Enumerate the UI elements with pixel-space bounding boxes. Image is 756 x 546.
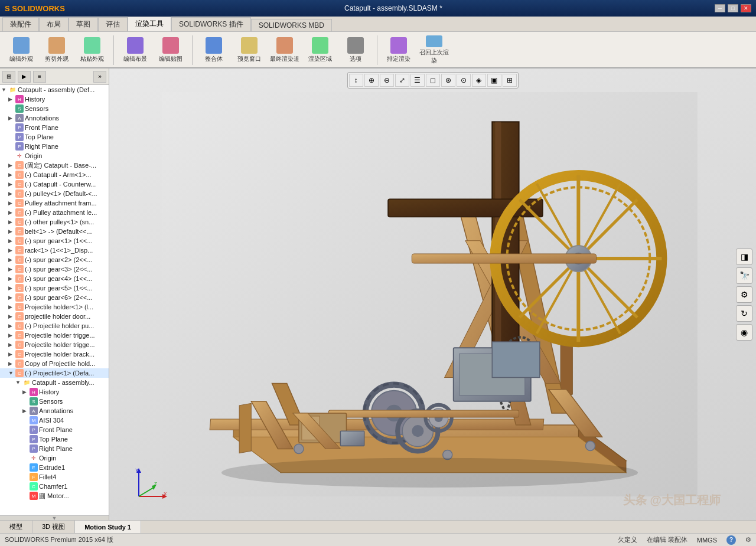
tree-item-catapult-counter[interactable]: ▶ C (-) Catapult - Counterw... (0, 179, 109, 189)
tree-item-proj-holder-brack[interactable]: ▶ C Projectile holder brack... (0, 349, 109, 359)
tab-sw-mbd[interactable]: SOLIDWORKS MBD (251, 19, 332, 31)
tree-item-front-plane[interactable]: P Front Plane (0, 123, 109, 132)
tree-item-rack1[interactable]: ▶ C rack<1> (1<<1>_Disp... (0, 246, 109, 255)
tree-item-annotations[interactable]: ▶ A Annotations (0, 113, 109, 123)
tree-item-top-plane[interactable]: P Top Plane (0, 132, 109, 142)
tree-item-sub-material[interactable]: M AISI 304 (0, 416, 109, 425)
tab-render[interactable]: 渲染工具 (128, 17, 171, 31)
tree-item-sub-annotations[interactable]: ▶ A Annotations (0, 406, 109, 416)
maximize-button[interactable]: □ (728, 4, 738, 12)
ribbon-btn-paste-outside[interactable]: 粘贴外观 (76, 35, 109, 66)
ribbon-btn-edit-outside[interactable]: 编辑外观 (5, 35, 38, 66)
tree-item-sensors[interactable]: S Sensors (0, 104, 109, 113)
rt-btn-view[interactable]: 🔭 (736, 267, 752, 284)
rt-btn-settings[interactable]: ⚙ (736, 286, 752, 303)
tree-item-proj-holder[interactable]: ▶ C Projectile holder<1> (l... (0, 302, 109, 312)
ribbon-btn-schedule[interactable]: 排定渲染 (382, 35, 415, 66)
tree-item-catapult-base[interactable]: ▶ C (固定) Catapult - Base-... (0, 161, 109, 170)
tree-item-proj-holder-door[interactable]: ▶ C projectile holder door... (0, 312, 109, 321)
canvas-btn-shading[interactable]: ⊙ (457, 74, 471, 87)
catapult-assembly-sub-folder-icon: 📁 (22, 378, 31, 387)
tree-item-proj-holder-trigger2[interactable]: ▶ C Projectile holder trigge... (0, 340, 109, 349)
tree-item-right-plane[interactable]: P Right Plane (0, 142, 109, 151)
canvas-btn-area[interactable]: ☰ (410, 74, 425, 87)
canvas-btn-view-settings[interactable]: ▣ (487, 74, 501, 87)
rt-btn-rotate[interactable]: ↻ (736, 305, 752, 322)
tree-item-spur-gear2[interactable]: ▶ C (-) spur gear<2> (2<<... (0, 255, 109, 264)
tab-motion-study[interactable]: Motion Study 1 (75, 521, 141, 533)
tree-annotations-label: Annotations (25, 115, 59, 122)
tree-item-sub-chamfer1[interactable]: C Chamfer1 (0, 482, 109, 491)
panel-tool-btn-2[interactable]: ▶ (18, 71, 31, 83)
tree-item-origin[interactable]: ✛ Origin (0, 151, 109, 161)
svg-rect-30 (492, 342, 540, 377)
tree-item-sub-history[interactable]: ▶ H History (0, 387, 109, 397)
tree-item-other-pulley[interactable]: ▶ C (-) other pulley<1> (sn... (0, 217, 109, 227)
tree-item-pulley-attach-le[interactable]: ▶ C (-) Pulley attachment le... (0, 208, 109, 217)
panel-expand-button[interactable]: » (93, 71, 106, 83)
ribbon-btn-cut-outside[interactable]: 剪切外观 (40, 35, 73, 66)
tree-item-spur-gear3[interactable]: ▶ C (-) spur gear<3> (2<<... (0, 264, 109, 274)
tree-item-catapult-arm[interactable]: ▶ C (-) Catapult - Arm<1>... (0, 170, 109, 179)
tree-item-spur-gear1[interactable]: ▶ C (-) spur gear<1> (1<<... (0, 236, 109, 246)
tree-item-sub-origin[interactable]: ✛ Origin (0, 453, 109, 463)
canvas-btn-grid[interactable]: ⊞ (503, 74, 517, 87)
tab-assemble[interactable]: 装配件 (2, 17, 39, 31)
canvas-btn-display[interactable]: ⊛ (441, 74, 455, 87)
settings-icon[interactable]: ⚙ (745, 536, 751, 544)
panel-tool-btn-3[interactable]: ≡ (33, 71, 46, 83)
tab-evaluate[interactable]: 评估 (98, 17, 128, 31)
tab-model[interactable]: 模型 (0, 521, 32, 533)
ribbon-btn-region[interactable]: 渲染区域 (304, 35, 337, 66)
tree-item-belt[interactable]: ▶ C belt<1> -> (Default<<... (0, 227, 109, 236)
canvas-btn-zoom-in[interactable]: ⊕ (364, 74, 379, 87)
tree-item-sub-top-plane[interactable]: P Top Plane (0, 434, 109, 444)
tree-item-projectile1[interactable]: ▼ C (-) Projectile<1> (Defa... (0, 368, 109, 378)
ribbon-btn-edit-texture[interactable]: 编辑布景 (119, 35, 152, 66)
panel-tool-btn-1[interactable]: ⊞ (2, 71, 15, 83)
tab-layout[interactable]: 布局 (39, 17, 69, 31)
tree-item-sub-extrude1[interactable]: E Extrude1 (0, 463, 109, 472)
tree-item-sub-fillet4[interactable]: F Fillet4 (0, 472, 109, 482)
tree-item-pulley-attach-frame[interactable]: ▶ C Pulley attachment fram... (0, 198, 109, 208)
proj-holder-brack-icon: C (15, 350, 24, 358)
canvas-btn-view-orient[interactable]: ◻ (426, 74, 440, 87)
minimize-button[interactable]: ─ (715, 4, 725, 12)
ribbon-btn-recall[interactable]: 召回上次渲染 (418, 35, 451, 66)
status-right-area: 欠定义 在编辑 装配体 MMGS ? ⚙ (618, 535, 751, 545)
ribbon-btn-compose[interactable]: 整合体 (197, 35, 230, 66)
tab-3dview[interactable]: 3D 视图 (32, 521, 75, 533)
ribbon-btn-edit-paste[interactable]: 编辑贴图 (154, 35, 187, 66)
ribbon-btn-select[interactable]: 选项 (339, 35, 372, 66)
close-button[interactable]: ✕ (741, 4, 751, 12)
canvas[interactable]: ↕ ⊕ ⊖ ⤢ ☰ ◻ ⊛ ⊙ ◈ ▣ ⊞ (109, 68, 756, 520)
pulley-attach-le-expand: ▶ (8, 210, 15, 215)
status-help-icon[interactable]: ? (726, 535, 736, 545)
rt-btn-display[interactable]: ◨ (736, 249, 752, 265)
ribbon-btn-final[interactable]: 最终渲染道 (268, 35, 301, 66)
tree-item-history[interactable]: ▶ H History (0, 94, 109, 104)
tree-item-sub-sensors[interactable]: S Sensors (0, 397, 109, 406)
tree-item-proj-holder-pu[interactable]: ▶ C (-) Projectile holder pu... (0, 321, 109, 331)
ribbon-btn-preview[interactable]: 预览窗口 (233, 35, 266, 66)
tree-item-spur-gear4[interactable]: ▶ C (-) spur gear<4> (1<<... (0, 274, 109, 283)
tab-sw-plugin[interactable]: SOLIDWORKS 插件 (171, 17, 251, 31)
tree-item-spur-gear6[interactable]: ▶ C (-) spur gear<6> (2<<... (0, 293, 109, 302)
tree-item-sub-front-plane[interactable]: P Front Plane (0, 425, 109, 434)
rt-btn-shading[interactable]: ◉ (736, 324, 752, 341)
tab-sketch[interactable]: 草图 (69, 17, 98, 31)
catapult-base-icon: C (15, 161, 24, 169)
tree-item-catapult-assembly-sub[interactable]: ▼ 📁 Catapult - assembly... (0, 378, 109, 387)
canvas-btn-zoom-fit[interactable]: ⤢ (395, 74, 409, 87)
canvas-btn-section[interactable]: ◈ (472, 74, 486, 87)
spur-gear3-expand: ▶ (8, 266, 15, 272)
tree-item-pulley1[interactable]: ▶ C (-) pulley<1> (Default-<... (0, 189, 109, 198)
tree-item-copy-proj-holder[interactable]: ▶ C Copy of Projectile hold... (0, 359, 109, 368)
canvas-btn-zoom-out[interactable]: ⊖ (380, 74, 394, 87)
tree-item-spur-gear5[interactable]: ▶ C (-) spur gear<5> (1<<... (0, 283, 109, 293)
tree-root[interactable]: ▼ 📁 Catapult - assembly (Def... (0, 85, 109, 94)
tree-item-proj-holder-trigger1[interactable]: ▶ C Projectile holder trigge... (0, 331, 109, 340)
canvas-btn-arrow[interactable]: ↕ (349, 74, 363, 87)
tree-item-sub-right-plane[interactable]: P Right Plane (0, 444, 109, 453)
tree-item-sub-motor[interactable]: M 圓 Motor... (0, 491, 109, 501)
